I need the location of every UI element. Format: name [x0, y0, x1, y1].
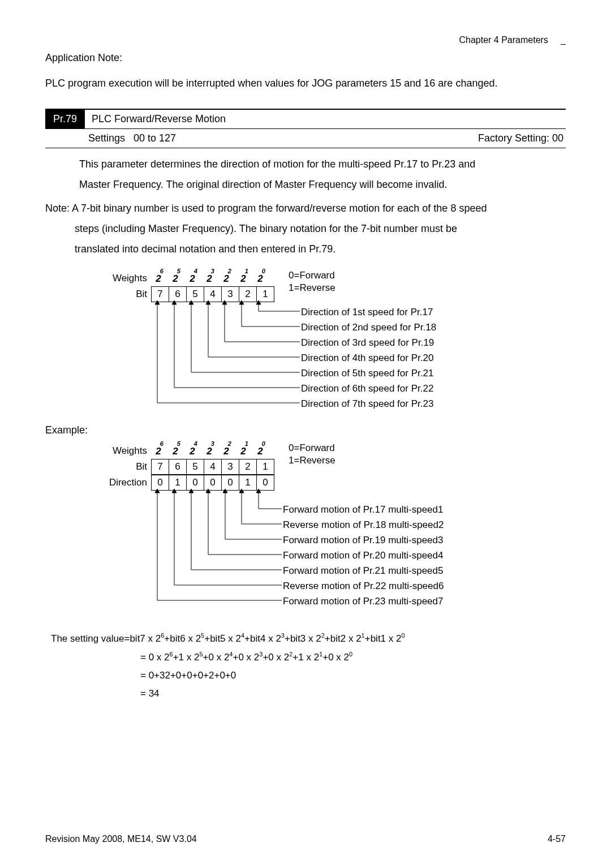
bit-diagram-1: Weights 26 25 24 23 22 21 20 Bit 7 6 5 4… [102, 270, 566, 412]
application-note-text: PLC program execution will be interrupte… [45, 74, 566, 93]
underscore: _ [561, 35, 566, 45]
note-line2: steps (including Master Frequency). The … [45, 218, 566, 239]
param-desc-line1: This parameter determines the direction … [79, 154, 566, 174]
bit2-4: 4 [204, 459, 222, 475]
bit2-7: 7 [151, 459, 169, 475]
dir-row: Direction 0 1 0 0 0 1 0 [79, 475, 566, 491]
example-label: Example: [45, 423, 566, 437]
parameter-block: Pr.79 PLC Forward/Reverse Motion Setting… [45, 109, 566, 148]
calculation-block: The setting value=bit7 x 26+bit6 x 25+bi… [51, 630, 566, 703]
calc-line3: = 0+32+0+0+0+2+0+0 [51, 667, 566, 685]
weight-5: 25 [169, 272, 186, 285]
desc-list-1: Direction of 1st speed for Pr.17 Directi… [301, 304, 436, 411]
application-note-title: Application Note: [45, 51, 566, 65]
weight-6: 26 [152, 272, 169, 285]
legend2-forward: 0=Forward [289, 442, 335, 454]
legend-2: 0=Forward 1=Reverse [289, 442, 335, 467]
chapter-label: Chapter 4 Parameters [459, 35, 548, 45]
desc-4: Direction of 4th speed for Pr.20 [301, 350, 436, 366]
calc-line2: = 0 x 26+1 x 25+0 x 24+0 x 23+0 x 22+1 x… [51, 648, 566, 667]
legend2-reverse: 1=Reverse [289, 454, 335, 467]
bit-label: Bit [102, 287, 152, 301]
legend-forward: 0=Forward [289, 269, 335, 282]
bit-2: 2 [239, 286, 257, 302]
bit-6: 6 [169, 286, 187, 302]
desc-6: Direction of 6th speed for Pr.22 [301, 381, 436, 396]
bit2-2: 2 [239, 459, 257, 475]
dir-label: Direction [79, 476, 152, 489]
weight-2: 22 [220, 272, 236, 285]
weight2-3: 23 [203, 444, 220, 458]
note-prefix: Note: [45, 203, 70, 214]
bit-label-2: Bit [79, 460, 152, 474]
weight2-1: 21 [236, 444, 253, 458]
bit2-6: 6 [169, 459, 187, 475]
desc2-5: Forward motion of Pr.21 multi-speed5 [283, 563, 444, 578]
factory-label: Factory Setting: [478, 132, 549, 144]
weight2-5: 25 [169, 444, 186, 458]
weights-label-2: Weights [79, 444, 152, 458]
footer: Revision May 2008, ME14, SW V3.04 4-57 [45, 833, 566, 845]
legend-reverse: 1=Reverse [289, 282, 335, 294]
legend-1: 0=Forward 1=Reverse [289, 269, 335, 294]
weight-1: 21 [236, 272, 253, 285]
bit-5: 5 [186, 286, 204, 302]
parameter-title: PLC Forward/Reverse Motion [85, 110, 566, 128]
parameter-settings-row: Settings 00 to 127 Factory Setting: 00 [45, 128, 566, 148]
chapter-header: Chapter 4 Parameters _ [45, 34, 566, 46]
settings-label: Settings [88, 132, 125, 144]
dir-5: 0 [186, 475, 204, 491]
bit-7: 7 [151, 286, 169, 302]
desc2-4: Forward motion of Pr.20 multi-speed4 [283, 548, 444, 563]
desc2-6: Reverse motion of Pr.22 multi-speed6 [283, 578, 444, 594]
param-settings-right: Factory Setting: 00 [478, 131, 566, 145]
desc-7: Direction of 7th speed for Pr.23 [301, 396, 436, 411]
footer-left: Revision May 2008, ME14, SW V3.04 [45, 833, 197, 845]
weight2-6: 26 [152, 444, 169, 458]
bit-1: 1 [256, 286, 274, 302]
desc-1: Direction of 1st speed for Pr.17 [301, 304, 436, 320]
dir-7: 0 [151, 475, 169, 491]
note-block: Note: A 7-bit binary number is used to p… [45, 198, 566, 259]
weight-4: 24 [186, 272, 203, 285]
desc-5: Direction of 5th speed for Pr.21 [301, 366, 436, 381]
weight-0: 20 [253, 272, 270, 285]
note-line3: translated into decimal notation and the… [45, 239, 566, 259]
desc-list-2: Forward motion of Pr.17 multi-speed1 Rev… [283, 502, 444, 609]
desc-3: Direction of 3rd speed for Pr.19 [301, 335, 436, 350]
desc2-1: Forward motion of Pr.17 multi-speed1 [283, 502, 444, 517]
dir-6: 1 [169, 475, 187, 491]
bit2-5: 5 [186, 459, 204, 475]
bit2-1: 1 [256, 459, 274, 475]
bit-3: 3 [221, 286, 239, 302]
dir-1: 0 [256, 475, 274, 491]
bit2-3: 3 [221, 459, 239, 475]
parameter-description: This parameter determines the direction … [45, 154, 566, 195]
bit-diagram-2: Weights 26 25 24 23 22 21 20 Bit 7 6 5 4… [79, 443, 566, 618]
desc2-7: Forward motion of Pr.23 multi-speed7 [283, 594, 444, 609]
settings-range: 00 to 127 [134, 132, 176, 144]
document-page: Chapter 4 Parameters _ Application Note:… [0, 0, 611, 868]
factory-value: 00 [552, 132, 563, 144]
dir-3: 0 [221, 475, 239, 491]
param-desc-line2: Master Frequency. The original direction… [79, 174, 566, 195]
parameter-header: Pr.79 PLC Forward/Reverse Motion [45, 109, 566, 128]
calc-line1: The setting value=bit7 x 26+bit6 x 25+bi… [51, 630, 566, 648]
bit-4: 4 [204, 286, 222, 302]
note-line1: A 7-bit binary number is used to program… [72, 203, 487, 214]
weight-3: 23 [203, 272, 220, 285]
parameter-number: Pr.79 [45, 110, 85, 128]
desc-2: Direction of 2nd speed for Pr.18 [301, 320, 436, 335]
weights-label: Weights [102, 272, 152, 285]
weight2-2: 22 [220, 444, 236, 458]
dir-4: 0 [204, 475, 222, 491]
desc2-3: Forward motion of Pr.19 multi-speed3 [283, 532, 444, 548]
dir-2: 1 [239, 475, 257, 491]
calc-line4: = 34 [51, 685, 566, 703]
weight2-0: 20 [253, 444, 270, 458]
param-settings-left: Settings 00 to 127 [45, 131, 176, 145]
desc2-2: Reverse motion of Pr.18 multi-speed2 [283, 517, 444, 532]
footer-right: 4-57 [548, 833, 566, 845]
weight2-4: 24 [186, 444, 203, 458]
